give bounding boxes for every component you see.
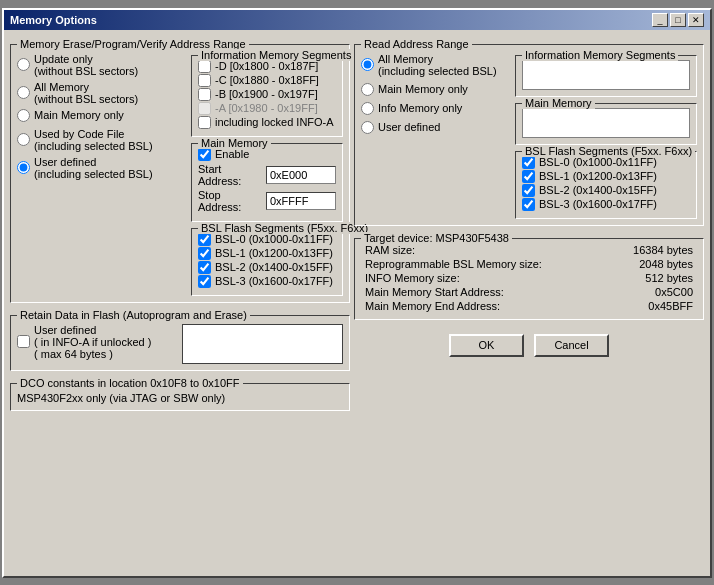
bsl1-label: BSL-1 (0x1200-0x13FF) xyxy=(215,247,333,259)
bsl3-label: BSL-3 (0x1600-0x17FF) xyxy=(215,275,333,287)
radio-user-defined-erase[interactable] xyxy=(17,161,30,174)
stop-address-input[interactable] xyxy=(266,192,336,210)
radio-used-by-code[interactable] xyxy=(17,133,30,146)
read-right-col: Information Memory Segments Main Memory … xyxy=(515,49,697,219)
radio-main-memory-erase[interactable] xyxy=(17,109,30,122)
bsl0-check[interactable] xyxy=(198,233,211,246)
bsl-mem-label: Reprogrammable BSL Memory size: xyxy=(361,257,607,271)
ok-button[interactable]: OK xyxy=(449,334,524,357)
read-main-memory-label: Main Memory xyxy=(522,97,595,109)
including-locked-row: including locked INFO-A xyxy=(198,116,336,129)
read-bsl2-check[interactable] xyxy=(522,184,535,197)
retain-label: Retain Data in Flash (Autoprogram and Er… xyxy=(17,309,250,321)
update-only-label: Update only xyxy=(34,53,138,65)
read-radio-col: All Memory (including selected BSL) Main… xyxy=(361,49,511,219)
device-label: Target device: MSP430F5438 xyxy=(361,232,512,244)
info-mem-value: 512 bytes xyxy=(607,271,697,285)
main-end-row: Main Memory End Address: 0x45BFF xyxy=(361,299,697,313)
seg-c-check[interactable] xyxy=(198,74,211,87)
seg-d-check[interactable] xyxy=(198,60,211,73)
row-main-memory-only: Main Memory only xyxy=(17,109,187,122)
erase-right-col: Information Memory Segments -D [0x1800 -… xyxy=(191,49,343,296)
read-all-memory-label: All Memory xyxy=(378,53,497,65)
ram-label: RAM size: xyxy=(361,243,607,257)
seg-c-row: -C [0x1880 - 0x18FF] xyxy=(198,74,336,87)
read-bsl3-check[interactable] xyxy=(522,198,535,211)
info-mem-row: INFO Memory size: 512 bytes xyxy=(361,271,697,285)
read-bsl3-row: BSL-3 (0x1600-0x17FF) xyxy=(522,198,690,211)
read-bsl-flash-label: BSL Flash Segments (F5xx. F6xx) xyxy=(522,145,695,157)
seg-a-check[interactable] xyxy=(198,102,211,115)
memory-options-window: Memory Options _ □ ✕ Memory Erase/Progra… xyxy=(2,8,712,578)
read-info-segments-label: Information Memory Segments xyxy=(522,49,678,61)
user-defined-label: User defined xyxy=(34,156,153,168)
seg-b-check[interactable] xyxy=(198,88,211,101)
all-memory-sub: (without BSL sectors) xyxy=(34,93,138,105)
read-bsl1-label: BSL-1 (0x1200-0x13FF) xyxy=(539,170,657,182)
bsl1-check[interactable] xyxy=(198,247,211,260)
seg-b-label: -B [0x1900 - 0x197F] xyxy=(215,88,318,100)
radio-update-only[interactable] xyxy=(17,58,30,71)
read-user-defined-label: User defined xyxy=(378,121,440,133)
ram-row: RAM size: 16384 bytes xyxy=(361,243,697,257)
main-memory-erase-label: Main Memory xyxy=(198,137,271,149)
main-end-label: Main Memory End Address: xyxy=(361,299,607,313)
seg-d-row: -D [0x1800 - 0x187F] xyxy=(198,60,336,73)
minimize-button[interactable]: _ xyxy=(652,13,668,27)
dco-group: DCO constants in location 0x10F8 to 0x10… xyxy=(10,383,350,411)
read-info-segments-group: Information Memory Segments xyxy=(515,55,697,97)
read-bsl3-label: BSL-3 (0x1600-0x17FF) xyxy=(539,198,657,210)
user-defined-retain-label: User defined xyxy=(34,324,151,336)
bsl2-check[interactable] xyxy=(198,261,211,274)
bsl3-check[interactable] xyxy=(198,275,211,288)
read-user-defined-row: User defined xyxy=(361,121,511,134)
read-all-memory-sub: (including selected BSL) xyxy=(378,65,497,77)
erase-group: Memory Erase/Program/Verify Address Rang… xyxy=(10,44,350,303)
user-defined-sub: (including selected BSL) xyxy=(34,168,153,180)
close-button[interactable]: ✕ xyxy=(688,13,704,27)
window-title: Memory Options xyxy=(10,14,97,26)
info-segments-erase-group: Information Memory Segments -D [0x1800 -… xyxy=(191,55,343,137)
seg-a-label: -A [0x1980 - 0x19FF] xyxy=(215,102,318,114)
user-defined-retain-sub2: ( max 64 bytes ) xyxy=(34,348,151,360)
including-locked-label: including locked INFO-A xyxy=(215,116,334,128)
read-bsl-flash-group: BSL Flash Segments (F5xx. F6xx) BSL-0 (0… xyxy=(515,151,697,219)
radio-read-info-only[interactable] xyxy=(361,102,374,115)
enable-label: Enable xyxy=(215,148,249,160)
read-bsl0-check[interactable] xyxy=(522,156,535,169)
radio-read-all-memory[interactable] xyxy=(361,58,374,71)
all-memory-label: All Memory xyxy=(34,81,138,93)
dco-label: DCO constants in location 0x10F8 to 0x10… xyxy=(17,377,243,389)
radio-read-user-defined[interactable] xyxy=(361,121,374,134)
read-info-segments-box xyxy=(522,60,690,90)
bsl2-label: BSL-2 (0x1400-0x15FF) xyxy=(215,261,333,273)
read-bsl1-row: BSL-1 (0x1200-0x13FF) xyxy=(522,170,690,183)
enable-row: Enable xyxy=(198,148,336,161)
read-bsl0-row: BSL-0 (0x1000-0x11FF) xyxy=(522,156,690,169)
start-address-label: Start Address: xyxy=(198,163,260,187)
row-all-memory: All Memory (without BSL sectors) xyxy=(17,81,187,105)
maximize-button[interactable]: □ xyxy=(670,13,686,27)
read-bsl0-label: BSL-0 (0x1000-0x11FF) xyxy=(539,156,657,168)
read-main-only-row: Main Memory only xyxy=(361,83,511,96)
read-bsl1-check[interactable] xyxy=(522,170,535,183)
read-info-only-row: Info Memory only xyxy=(361,102,511,115)
user-defined-retain-check[interactable] xyxy=(17,335,30,348)
including-locked-check[interactable] xyxy=(198,116,211,129)
read-info-only-label: Info Memory only xyxy=(378,102,462,114)
main-start-label: Main Memory Start Address: xyxy=(361,285,607,299)
row-used-by-code: Used by Code File (including selected BS… xyxy=(17,128,187,152)
cancel-button[interactable]: Cancel xyxy=(534,334,609,357)
radio-read-main-only[interactable] xyxy=(361,83,374,96)
info-segments-erase-label: Information Memory Segments xyxy=(198,49,354,61)
erase-radio-col: Update only (without BSL sectors) All Me… xyxy=(17,49,187,296)
read-main-only-label: Main Memory only xyxy=(378,83,468,95)
start-address-input[interactable] xyxy=(266,166,336,184)
used-by-code-sub: (including selected BSL) xyxy=(34,140,153,152)
radio-all-memory-erase[interactable] xyxy=(17,86,30,99)
titlebar: Memory Options _ □ ✕ xyxy=(4,10,710,30)
main-start-value: 0x5C00 xyxy=(607,285,697,299)
bsl3-row: BSL-3 (0x1600-0x17FF) xyxy=(198,275,336,288)
read-main-memory-box xyxy=(522,108,690,138)
enable-check[interactable] xyxy=(198,148,211,161)
